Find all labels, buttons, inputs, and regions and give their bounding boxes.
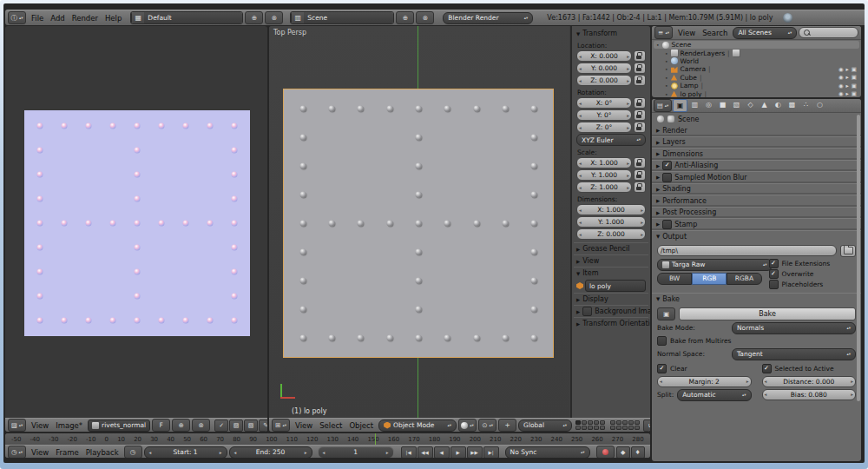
increment-arrow-icon[interactable]: ▸ xyxy=(385,450,391,455)
decrement-arrow-icon[interactable]: ◂ xyxy=(321,450,327,455)
panel-display[interactable]: ▶Display xyxy=(574,293,648,305)
next-keyframe-button[interactable]: ▶▶ xyxy=(467,446,483,459)
expand-dot-icon[interactable]: • xyxy=(656,42,660,48)
rotation-mode-dropdown[interactable]: XYZ Euler▴▾ xyxy=(576,134,646,146)
layer-toggle[interactable] xyxy=(622,420,628,425)
decrement-arrow-icon[interactable]: ◂ xyxy=(658,379,664,384)
restrict-select-icon[interactable]: ▸ xyxy=(846,66,849,73)
fake-user-button[interactable]: F xyxy=(152,419,170,432)
multires-checkbox[interactable] xyxy=(657,336,667,346)
menu-help[interactable]: Help xyxy=(102,14,125,23)
outliner-item-lamp[interactable]: •Lamp|◉▸▣ xyxy=(654,82,859,89)
editor-type-properties-button[interactable]: ▤▴▾ xyxy=(654,99,672,112)
lock-icon[interactable] xyxy=(634,75,646,86)
normal-map-image[interactable] xyxy=(24,110,250,336)
decrement-arrow-icon[interactable]: ◂ xyxy=(233,450,239,455)
keying-set-icon[interactable]: ◆ xyxy=(616,446,630,459)
increment-arrow-icon[interactable]: ▸ xyxy=(303,450,309,455)
layer-toggle[interactable] xyxy=(622,426,628,430)
scale-z-field[interactable]: ◂Z: 1.000▸ xyxy=(576,182,632,193)
restrict-view-icon[interactable]: ◉ xyxy=(838,66,844,73)
distance-field[interactable]: ◂Distance: 0.000▸ xyxy=(762,376,857,387)
sync-dropdown[interactable]: No Sync▴▾ xyxy=(505,446,590,459)
increment-arrow-icon[interactable]: ▸ xyxy=(625,78,631,83)
restrict-render-icon[interactable]: ▣ xyxy=(852,90,857,97)
channel-rgb-icon[interactable]: ▨ xyxy=(229,419,243,432)
tab-texture[interactable]: ▩ xyxy=(786,99,799,110)
restrict-view-icon[interactable]: ◉ xyxy=(838,74,844,81)
menu-view[interactable]: View xyxy=(292,421,316,430)
menu-frame[interactable]: Frame xyxy=(52,448,82,457)
menu-view[interactable]: View xyxy=(28,421,52,430)
prev-keyframe-button[interactable]: ◀◀ xyxy=(418,446,433,459)
expand-dot-icon[interactable]: • xyxy=(665,58,668,64)
output-panel-header[interactable]: ▼Output xyxy=(652,230,861,242)
layer-toggle[interactable] xyxy=(635,426,640,430)
rotation-z-field[interactable]: ◂Z: 0°▸ xyxy=(576,122,632,133)
image-datablock-field[interactable]: rivets_normal xyxy=(88,419,150,432)
decrement-arrow-icon[interactable]: ◂ xyxy=(577,208,583,213)
layer-toggle[interactable] xyxy=(610,420,615,425)
scene-selector[interactable]: ▥ Scene xyxy=(290,11,394,24)
color-mode-rgb[interactable]: RGB xyxy=(692,273,727,285)
insert-keyframe-icon[interactable]: ♦ xyxy=(631,446,645,459)
menu-view[interactable]: View xyxy=(674,29,699,37)
viewport-canvas[interactable]: Top Persp (1) lo poly xyxy=(269,26,569,419)
output-path-field[interactable]: /tmp\ xyxy=(657,245,837,256)
layout-name[interactable]: Default xyxy=(144,12,242,23)
decrement-arrow-icon[interactable]: ◂ xyxy=(577,113,583,118)
outliner-item-scene[interactable]: •Scene xyxy=(654,41,859,49)
layout-close-button[interactable]: ⊗ xyxy=(265,11,283,24)
increment-arrow-icon[interactable]: ▸ xyxy=(639,220,645,225)
layer-toggle[interactable] xyxy=(594,420,599,425)
decrement-arrow-icon[interactable]: ◂ xyxy=(577,173,583,178)
increment-arrow-icon[interactable]: ▸ xyxy=(625,54,631,59)
panel-shading[interactable]: ▶Shading xyxy=(652,183,861,195)
scene-add-button[interactable]: ⊕ xyxy=(396,11,414,24)
decrement-arrow-icon[interactable]: ◂ xyxy=(577,220,583,225)
menu-search[interactable]: Search xyxy=(699,29,731,37)
lock-icon[interactable] xyxy=(634,169,646,181)
pin-icon[interactable] xyxy=(657,116,664,122)
properties-scrollbar[interactable] xyxy=(857,115,860,401)
lock-icon[interactable] xyxy=(634,63,646,74)
outliner-search-field[interactable] xyxy=(799,27,858,38)
decrement-arrow-icon[interactable]: ◂ xyxy=(577,66,583,71)
lock-icon[interactable] xyxy=(634,157,646,168)
selected-to-active-checkbox[interactable]: ✓ xyxy=(762,364,772,373)
increment-arrow-icon[interactable]: ▸ xyxy=(849,392,855,397)
bake-mode-dropdown[interactable]: Normals▴▾ xyxy=(732,322,856,334)
layer-toggle[interactable] xyxy=(628,426,634,430)
tab-world[interactable]: ◎ xyxy=(702,99,715,110)
decrement-arrow-icon[interactable]: ◂ xyxy=(763,392,769,397)
pivot-point-button[interactable]: ⊙▴▾ xyxy=(478,419,496,432)
layer-toggle[interactable] xyxy=(628,420,634,425)
menu-render[interactable]: Render xyxy=(69,14,102,23)
bake-panel-header[interactable]: ▼Bake xyxy=(652,293,861,305)
expand-dot-icon[interactable]: • xyxy=(665,50,668,56)
increment-arrow-icon[interactable]: ▸ xyxy=(625,173,631,178)
jump-start-button[interactable]: |◀ xyxy=(401,446,417,459)
scene-browse-icon[interactable]: ▥ xyxy=(291,12,304,23)
decrement-arrow-icon[interactable]: ◂ xyxy=(148,450,154,455)
color-mode-bw[interactable]: BW xyxy=(657,273,692,285)
margin-field[interactable]: ◂Margin: 2▸ xyxy=(657,376,752,387)
layer-toggle[interactable] xyxy=(616,426,621,430)
snap-magnet-icon[interactable]: ∪ xyxy=(643,419,650,432)
expand-dot-icon[interactable]: • xyxy=(665,83,668,89)
play-button[interactable]: ▶ xyxy=(450,446,466,459)
layer-toggle[interactable] xyxy=(635,420,640,425)
browse-folder-button[interactable] xyxy=(840,245,856,257)
outliner-item-world[interactable]: •World xyxy=(654,57,859,65)
playback-range-icon[interactable]: ◷ xyxy=(124,446,142,458)
dimension-y-field[interactable]: ◂Y: 1.000▸ xyxy=(576,216,646,228)
outliner-item-lo-poly[interactable]: •lo poly|◉▸▣ xyxy=(654,89,859,97)
tab-material[interactable]: ◐ xyxy=(772,99,785,110)
panel-view[interactable]: ▶View xyxy=(574,254,648,267)
outliner-item-cube[interactable]: •Cube|◉▸▣ xyxy=(654,74,859,82)
rotation-y-field[interactable]: ◂Y: 0°▸ xyxy=(576,109,632,121)
color-mode-rgba[interactable]: RGBA xyxy=(727,273,761,285)
restrict-render-icon[interactable]: ▣ xyxy=(852,83,857,89)
update-auto-icon[interactable]: ✓ xyxy=(214,419,228,432)
increment-arrow-icon[interactable]: ▸ xyxy=(218,450,224,455)
